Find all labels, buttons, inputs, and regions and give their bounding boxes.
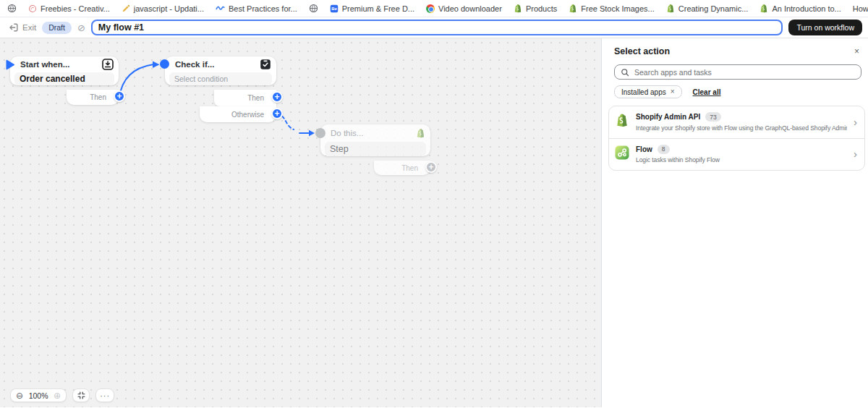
bookmark-item[interactable]: javascript - Updati...	[122, 4, 204, 13]
select-action-panel: Select action × Installed apps × Clear a…	[601, 38, 868, 407]
condition-node-title: Check if...	[175, 60, 255, 69]
shopify-bag-icon	[615, 113, 629, 127]
shopify-bag-icon	[666, 4, 675, 13]
count-badge: 73	[705, 112, 720, 122]
disabled-status-icon: ⊘	[77, 23, 85, 33]
chevron-right-icon: ›	[854, 148, 859, 159]
app-name: Shopify Admin API	[636, 113, 700, 121]
then-label: Then	[401, 164, 418, 172]
action-node-title: Do this...	[331, 129, 412, 137]
flow-app-icon	[615, 145, 629, 160]
bookmark-item[interactable]	[309, 4, 318, 13]
panel-title: Select action	[614, 46, 670, 56]
zoom-level: 100%	[28, 391, 48, 400]
step-box[interactable]: Step	[325, 142, 426, 156]
globe-icon	[7, 4, 17, 13]
search-box[interactable]	[614, 64, 861, 80]
clear-all-link[interactable]: Clear all	[693, 88, 721, 96]
bookmarks-bar: Freebies - Creativ... javascript - Updat…	[0, 0, 868, 17]
add-step-button-disabled[interactable]: +	[425, 161, 437, 173]
svg-text:Be: Be	[331, 7, 337, 11]
bookmark-item[interactable]: Video downloader	[426, 4, 502, 13]
fit-to-screen-button[interactable]	[72, 388, 90, 402]
bookmark-item[interactable]: Best Practices for...	[216, 4, 297, 13]
installed-apps-filter-chip[interactable]: Installed apps ×	[614, 85, 682, 98]
pending-action-node[interactable]: Do this... Step Then +	[320, 124, 430, 161]
zoom-in-button[interactable]: ⊕	[54, 391, 61, 400]
exit-icon	[9, 22, 19, 33]
app-list: Shopify Admin API 73 Integrate your Shop…	[608, 106, 865, 171]
bookmark-item[interactable]	[7, 4, 17, 13]
trigger-marker-icon	[6, 59, 15, 70]
main-area: Start when... Order cancelled Then + Che…	[0, 38, 868, 407]
condition-otherwise-connector: Otherwise +	[200, 106, 276, 122]
wave-icon	[216, 4, 225, 13]
chrome-icon	[426, 4, 435, 13]
exit-label: Exit	[22, 23, 36, 32]
trigger-then-connector: Then +	[67, 90, 119, 105]
condition-node[interactable]: Check if... Select condition Then + Othe…	[165, 56, 276, 90]
count-badge: 8	[658, 145, 670, 154]
bookmark-item[interactable]: Free Stock Images...	[569, 4, 654, 13]
bookmark-item[interactable]: Products	[514, 4, 557, 13]
fit-to-screen-icon	[77, 391, 85, 399]
zoom-out-button[interactable]: ⊖	[16, 391, 23, 400]
chevron-right-icon: ›	[854, 116, 859, 127]
turn-on-workflow-button[interactable]: Turn on workflow	[788, 20, 862, 35]
bookmark-item[interactable]: Freebies - Creativ...	[28, 4, 110, 13]
input-connector-dot	[160, 59, 169, 69]
add-then-step-button[interactable]: +	[271, 91, 283, 103]
close-panel-icon[interactable]: ×	[854, 47, 859, 56]
app-description: Logic tasks within Shopify Flow	[636, 156, 847, 163]
more-options-button[interactable]: ···	[95, 388, 114, 402]
search-icon	[621, 68, 629, 77]
action-then-connector: Then +	[374, 161, 430, 175]
shopify-bag-icon	[514, 4, 522, 13]
trigger-event-box[interactable]: Order cancelled	[14, 72, 114, 85]
zoom-controls: ⊖ 100% ⊕ ···	[10, 388, 114, 402]
add-otherwise-step-button[interactable]: +	[271, 108, 283, 119]
shopify-bag-icon	[416, 128, 425, 138]
freebies-icon	[28, 4, 37, 13]
add-step-button[interactable]: +	[114, 90, 125, 102]
otherwise-label: Otherwise	[231, 111, 264, 119]
remove-filter-icon[interactable]: ×	[671, 88, 675, 95]
trigger-type-icon	[102, 59, 114, 70]
workflow-canvas[interactable]: Start when... Order cancelled Then + Che…	[0, 38, 601, 407]
shopify-bag-icon	[569, 4, 577, 13]
then-label: Then	[247, 94, 264, 102]
flow-toolbar: Exit Draft ⊘ Turn on workflow	[0, 17, 868, 38]
bookmark-item[interactable]: Be Premium & Free D...	[330, 4, 414, 13]
app-description: Integrate your Shopify store with Flow u…	[636, 124, 847, 132]
bookmark-item[interactable]: An Introduction to...	[760, 4, 841, 13]
search-input[interactable]	[634, 68, 855, 77]
exit-button[interactable]: Exit	[9, 22, 36, 33]
list-item-flow[interactable]: Flow 8 Logic tasks within Shopify Flow ›	[609, 138, 864, 171]
trigger-node-title: Start when...	[20, 60, 98, 69]
input-connector-dot	[315, 128, 326, 138]
bookmark-item[interactable]: Creating Dynamic...	[666, 4, 749, 13]
condition-then-connector: Then +	[214, 90, 276, 106]
select-condition-box[interactable]: Select condition	[169, 72, 272, 85]
list-item-shopify-admin-api[interactable]: Shopify Admin API 73 Integrate your Shop…	[609, 106, 864, 138]
condition-type-icon	[260, 59, 271, 70]
shopify-bag-icon	[760, 4, 768, 13]
app-name: Flow	[636, 145, 652, 153]
pencil-icon	[122, 4, 130, 13]
bookmark-item[interactable]: How we use git at...	[853, 4, 868, 13]
status-badge: Draft	[42, 22, 72, 34]
globe-icon	[309, 4, 318, 13]
trigger-node[interactable]: Start when... Order cancelled Then +	[10, 56, 119, 90]
flow-title-input[interactable]	[91, 20, 783, 35]
behance-icon: Be	[330, 4, 339, 13]
then-label: Then	[90, 93, 106, 101]
